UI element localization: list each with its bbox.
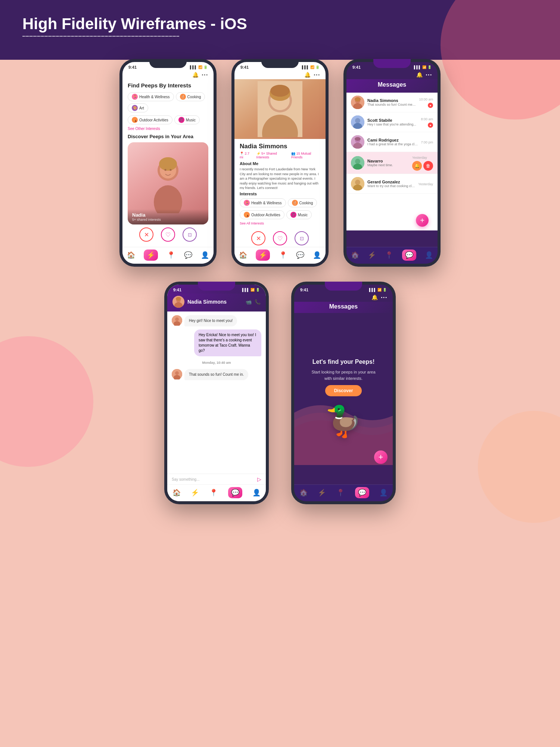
mute-button[interactable]: 🔔 [412, 161, 422, 171]
nav-discover[interactable]: ⚡ [318, 489, 326, 497]
empty-title: Let's find your Peeps! [312, 359, 375, 365]
nav-discover[interactable]: ⚡ [144, 249, 158, 261]
reject-button[interactable]: ✕ [251, 231, 265, 245]
shared-interests: ⚡ 5+ Shared Interests [256, 152, 288, 159]
tag-outdoor[interactable]: ⛺ Outdoor Activities [128, 115, 172, 124]
bell-icon[interactable]: 🔔 [192, 72, 199, 78]
nav-messages[interactable]: 💬 [355, 487, 369, 498]
nav-profile[interactable]: 👤 [201, 251, 209, 259]
nav-messages[interactable]: 💬 [296, 251, 304, 259]
nav-messages[interactable]: 💬 [402, 249, 416, 261]
video-call-icon[interactable]: 📹 [246, 299, 252, 305]
avatar-image [172, 369, 182, 379]
nav-profile[interactable]: 👤 [313, 251, 321, 259]
nav-profile[interactable]: 👤 [252, 489, 261, 497]
discover-button[interactable]: Discover [325, 385, 362, 396]
tag-label: Music [186, 118, 196, 122]
tag-outdoor[interactable]: ⛺ Outdoor Activities [240, 210, 284, 219]
profile-name: Nadia [132, 212, 204, 218]
phone-notch [325, 282, 362, 291]
avatar-cami [351, 135, 364, 149]
chat-partner-name: Nadia Simmons [187, 299, 243, 305]
message-bubble: Hey girl! Nice to meet you! [184, 315, 237, 326]
tag-cooking[interactable]: 🍴 Cooking [288, 198, 317, 207]
nav-messages[interactable]: 💬 [228, 487, 242, 498]
message-time: 8:00 am [421, 117, 433, 121]
more-icon[interactable]: ••• [381, 295, 388, 300]
bell-icon[interactable]: 🔔 [371, 294, 378, 300]
phone-profile: 9:41 ▌▌▌ 📶 🔋 🔔 ••• [231, 59, 329, 267]
nav-discover[interactable]: ⚡ [368, 251, 376, 259]
nav-home[interactable]: 🏠 [239, 251, 247, 259]
nav-home[interactable]: 🏠 [172, 489, 181, 497]
reject-button[interactable]: ✕ [139, 227, 153, 242]
tag-art[interactable]: 🎨 Art [128, 103, 148, 112]
bell-icon[interactable]: 🔔 [304, 72, 311, 78]
compose-button[interactable]: + [416, 214, 429, 227]
message-actions: 🔔 🗑 [412, 161, 433, 171]
sender-name: Cami Rodriguez [367, 138, 418, 142]
about-title: About Me [240, 161, 320, 166]
battery-icon: 🔋 [315, 65, 320, 69]
discover-title: Discover Peeps in Your Area [128, 134, 208, 139]
chat-avatar [172, 296, 184, 308]
tag-music[interactable]: 🎵 Music [286, 210, 312, 219]
nav-home[interactable]: 🏠 [127, 251, 135, 259]
avatar-image [351, 156, 364, 170]
like-button[interactable]: ♡ [273, 231, 287, 245]
nav-home[interactable]: 🏠 [299, 489, 308, 497]
chat-bubble-received-2: That sounds so fun! Count me in. [172, 369, 261, 380]
nav-discover[interactable]: ⚡ [256, 249, 270, 261]
message-item-scott[interactable]: Scott Stabile Hey I saw that you're atte… [346, 112, 438, 132]
tag-label: Health & Wellness [251, 201, 282, 205]
like-button[interactable]: ♡ [161, 227, 175, 242]
tag-health-wellness[interactable]: 🏃 Health & Wellness [128, 92, 174, 101]
nav-location[interactable]: 📍 [279, 251, 287, 259]
more-icon[interactable]: ••• [426, 72, 432, 77]
see-other-link[interactable]: See Other Interests [128, 127, 208, 131]
phone-empty-messages: 9:41 ▌▌▌ 📶 🔋 🔔 ••• Messages [291, 282, 396, 504]
bottom-phones-row: 9:41 ▌▌▌ 📶 🔋 Nadia [0, 274, 560, 519]
nav-location[interactable]: 📍 [385, 251, 393, 259]
message-body: Cami Rodriguez I had a great time at the… [367, 138, 418, 146]
interests-row-2: ⛺ Outdoor Activities 🎵 Music [128, 115, 208, 125]
profile-card[interactable]: Nadia 5+ shared interests [128, 142, 208, 224]
chat-input[interactable]: Say something... [172, 477, 254, 481]
send-button[interactable]: ▷ [257, 476, 261, 482]
message-item-gerard[interactable]: Gerard Gonzalez Want to try out that coo… [346, 174, 438, 194]
message-item-navarro[interactable]: Navarro Maybe next time. Yesterday 🔔 🗑 [346, 152, 438, 174]
art-icon: 🎨 [132, 105, 138, 111]
svg-point-24 [355, 159, 360, 164]
more-icon[interactable]: ••• [202, 72, 208, 77]
more-icon[interactable]: ••• [314, 72, 320, 77]
phone-screen: 9:41 ▌▌▌ 📶 🔋 🔔 ••• [234, 62, 326, 264]
nav-messages[interactable]: 💬 [184, 251, 192, 259]
see-all-link[interactable]: See All Interests [240, 221, 320, 225]
nav-location[interactable]: 📍 [167, 251, 175, 259]
bell-icon[interactable]: 🔔 [416, 72, 423, 78]
tag-health[interactable]: 🏃 Health & Wellness [240, 198, 286, 207]
distance: 📍 2.7 mi [240, 152, 253, 159]
voice-call-icon[interactable]: 📞 [255, 299, 261, 305]
compose-fab[interactable]: + [374, 450, 388, 464]
nav-location[interactable]: 📍 [336, 489, 345, 497]
messages-title: Messages [352, 81, 432, 88]
svg-point-11 [270, 85, 290, 97]
tag-cooking[interactable]: 🍴 Cooking [176, 92, 205, 101]
tag-music[interactable]: 🎵 Music [174, 115, 200, 124]
nav-profile[interactable]: 👤 [379, 489, 388, 497]
message-item-cami[interactable]: Cami Rodriguez I had a great time at the… [346, 132, 438, 152]
message-button[interactable]: ⊡ [295, 231, 309, 245]
nav-discover[interactable]: ⚡ [191, 489, 199, 497]
nav-profile[interactable]: 👤 [425, 251, 433, 259]
message-button[interactable]: ⊡ [183, 227, 197, 242]
signal-icon: ▌▌▌ [414, 65, 421, 69]
music-icon: 🎵 [178, 117, 184, 123]
delete-button[interactable]: 🗑 [423, 161, 433, 171]
phone-screen: 9:41 ▌▌▌ 📶 🔋 Nadia [167, 285, 266, 501]
nav-location[interactable]: 📍 [209, 489, 218, 497]
signal-icon: ▌▌▌ [369, 288, 376, 292]
nav-home[interactable]: 🏠 [351, 251, 359, 259]
tag-label: Outdoor Activities [251, 213, 280, 217]
message-item-nadia[interactable]: Nadia Simmons That sounds so fun! Count … [346, 93, 438, 112]
